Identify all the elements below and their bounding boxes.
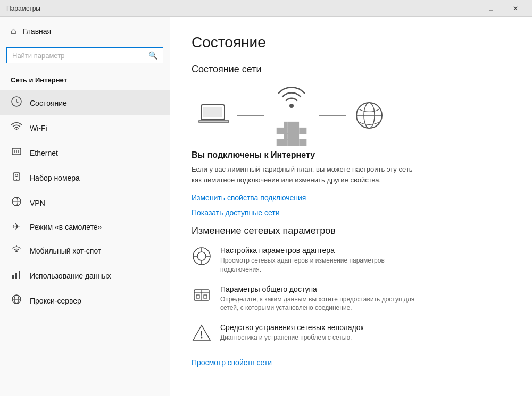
dialup-icon — [11, 171, 22, 184]
troubleshoot-desc: Диагностика и устранение проблем с сетью… — [220, 333, 364, 342]
adapter-icon — [192, 246, 212, 266]
sidebar-item-dialup[interactable]: Набор номера — [0, 165, 170, 190]
sidebar: ⌂ Главная 🔍 Сеть и Интернет Состояние — [0, 17, 170, 396]
sidebar-item-vpn[interactable]: VPN — [0, 190, 170, 215]
sidebar-item-proxy[interactable]: Прокси-сервер — [0, 288, 170, 313]
search-icon: 🔍 — [148, 51, 157, 60]
vpn-icon — [11, 196, 22, 209]
troubleshoot-text: Средство устранения сетевых неполадок Ди… — [220, 323, 364, 342]
svg-rect-18 — [203, 107, 222, 117]
settings-item-sharing: Параметры общего доступа Определите, к к… — [192, 285, 511, 313]
sidebar-label-hotspot: Мобильный хот-спот — [30, 247, 101, 255]
sidebar-label-dialup: Набор номера — [30, 174, 80, 182]
title-bar: Параметры ─ □ ✕ — [0, 0, 532, 17]
sidebar-label-vpn: VPN — [30, 199, 45, 207]
router-icon: ████ ████████████ ████████ — [270, 86, 313, 145]
network-diagram: ████ ████████████ ████████ — [192, 86, 511, 145]
sidebar-item-ethernet[interactable]: Ethernet — [0, 140, 170, 165]
close-button[interactable]: ✕ — [503, 0, 528, 17]
connected-desc: Если у вас лимитный тарифный план, вы мо… — [192, 164, 415, 185]
settings-item-troubleshoot: Средство устранения сетевых неполадок Ди… — [192, 323, 511, 343]
app-container: ⌂ Главная 🔍 Сеть и Интернет Состояние — [0, 17, 532, 396]
sidebar-label-proxy: Прокси-сервер — [30, 297, 81, 305]
svg-rect-13 — [19, 271, 20, 279]
title-bar-title: Параметры — [6, 5, 40, 12]
sidebar-item-status[interactable]: Состояние — [0, 90, 170, 115]
svg-point-9 — [15, 250, 18, 252]
home-icon: ⌂ — [11, 26, 16, 37]
datausage-icon — [11, 269, 22, 282]
sharing-text: Параметры общего доступа Определите, к к… — [220, 285, 422, 313]
sidebar-section-title: Сеть и Интернет — [0, 72, 170, 90]
search-input[interactable] — [12, 52, 148, 60]
page-title: Состояние — [192, 34, 511, 51]
sharing-title: Параметры общего доступа — [220, 285, 422, 293]
maximize-button[interactable]: □ — [479, 0, 503, 17]
troubleshoot-icon — [192, 323, 212, 343]
sidebar-label-ethernet: Ethernet — [30, 149, 58, 157]
troubleshoot-title: Средство устранения сетевых неполадок — [220, 323, 364, 332]
title-bar-controls: ─ □ ✕ — [454, 0, 528, 17]
svg-point-7 — [15, 174, 18, 177]
show-networks-link[interactable]: Показать доступные сети — [192, 208, 511, 217]
change-section-title: Изменение сетевых параметров — [192, 225, 511, 237]
sidebar-label-status: Состояние — [30, 99, 67, 107]
sidebar-label-wifi: Wi-Fi — [30, 124, 47, 132]
settings-item-adapter: Настройка параметров адаптера Просмотр с… — [192, 246, 511, 274]
status-icon — [11, 96, 22, 109]
sidebar-item-hotspot[interactable]: Мобильный хот-спот — [0, 238, 170, 263]
svg-rect-32 — [196, 295, 200, 298]
connected-title: Вы подключены к Интернету — [192, 150, 511, 160]
content-area: Состояние Состояние сети — [170, 17, 532, 396]
globe-icon — [352, 98, 386, 132]
ethernet-icon — [11, 146, 22, 159]
sharing-icon — [192, 285, 212, 305]
network-status-title: Состояние сети — [192, 64, 511, 75]
svg-point-24 — [197, 252, 206, 260]
adapter-desc: Просмотр сетевых адаптеров и изменение п… — [220, 256, 422, 274]
svg-rect-33 — [204, 295, 207, 298]
svg-point-19 — [289, 104, 294, 108]
proxy-icon — [11, 294, 22, 307]
hotspot-icon — [11, 244, 22, 257]
sidebar-item-wifi[interactable]: Wi-Fi — [0, 115, 170, 140]
sidebar-home[interactable]: ⌂ Главная — [0, 17, 170, 45]
view-properties-link[interactable]: Просмотр свойств сети — [192, 358, 272, 367]
svg-rect-12 — [15, 273, 17, 279]
sidebar-home-label: Главная — [23, 27, 51, 36]
sidebar-label-datausage: Использование данных — [30, 272, 111, 280]
wifi-icon — [11, 121, 22, 134]
adapter-title: Настройка параметров адаптера — [220, 246, 422, 255]
adapter-text: Настройка параметров адаптера Просмотр с… — [220, 246, 422, 274]
sharing-desc: Определите, к каким данным вы хотите пре… — [220, 295, 422, 313]
laptop-icon — [197, 98, 231, 132]
net-line-1 — [237, 115, 264, 116]
sidebar-search-container: 🔍 — [6, 47, 163, 63]
svg-rect-11 — [12, 275, 14, 279]
svg-point-36 — [201, 337, 203, 339]
net-label: ████ ████████████ ████████ — [270, 122, 313, 145]
airplane-icon: ✈ — [11, 221, 22, 232]
change-properties-link[interactable]: Изменить свойства подключения — [192, 193, 511, 202]
minimize-button[interactable]: ─ — [454, 0, 479, 17]
sidebar-item-airplane[interactable]: ✈ Режим «в самолете» — [0, 215, 170, 238]
sidebar-label-airplane: Режим «в самолете» — [30, 223, 102, 231]
net-line-2 — [319, 115, 346, 116]
sidebar-item-datausage[interactable]: Использование данных — [0, 263, 170, 288]
